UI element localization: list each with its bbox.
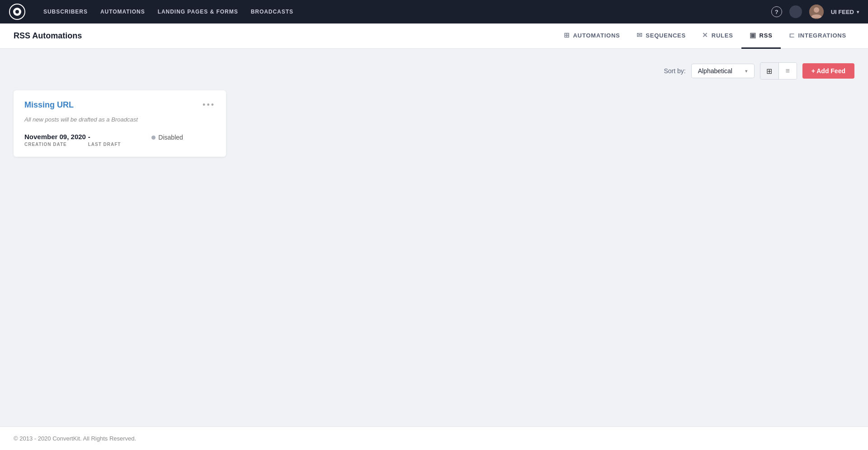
notification-icon[interactable] — [789, 5, 802, 18]
card-description: All new posts will be drafted as a Broad… — [24, 116, 215, 123]
sub-nav-links: ⊞ AUTOMATIONS ✉ SEQUENCES ✕ RULES ▣ RSS … — [556, 23, 854, 49]
card-title[interactable]: Missing URL — [24, 100, 74, 110]
rules-icon: ✕ — [702, 31, 708, 39]
card-menu-button[interactable]: ••• — [203, 100, 215, 110]
sub-nav-sequences[interactable]: ✉ SEQUENCES — [628, 23, 694, 49]
footer-text: © 2013 - 2020 ConvertKit. All Rights Res… — [14, 435, 136, 442]
chevron-down-icon: ▾ — [857, 9, 859, 14]
sort-value: Alphabetical — [698, 67, 732, 75]
list-view-button[interactable]: ≡ — [778, 63, 797, 79]
nav-broadcasts[interactable]: BROADCASTS — [251, 7, 293, 17]
status-badge: Disabled — [151, 133, 215, 141]
automations-icon: ⊞ — [564, 31, 570, 39]
nav-automations[interactable]: AUTOMATIONS — [100, 7, 145, 17]
status-item: Disabled — [151, 133, 215, 141]
sequences-icon: ✉ — [637, 31, 643, 39]
list-icon: ≡ — [786, 67, 790, 75]
last-draft-value: - — [88, 133, 152, 141]
rss-icon: ▣ — [750, 31, 756, 39]
grid-view-button[interactable]: ⊞ — [760, 63, 778, 79]
creation-date-label: CREATION DATE — [24, 142, 88, 147]
add-feed-button[interactable]: + Add Feed — [802, 63, 854, 79]
nav-links: SUBSCRIBERS AUTOMATIONS LANDING PAGES & … — [43, 7, 758, 17]
status-label: Disabled — [158, 134, 183, 141]
user-menu[interactable]: UI FEED ▾ — [831, 9, 859, 15]
view-toggles: ⊞ ≡ — [760, 62, 797, 80]
main-content: Sort by: Alphabetical ▾ ⊞ ≡ + Add Feed M… — [0, 49, 868, 427]
help-button[interactable]: ? — [771, 6, 782, 17]
svg-point-1 — [814, 7, 819, 13]
sub-nav-rss-label: RSS — [760, 32, 773, 39]
sub-nav-automations[interactable]: ⊞ AUTOMATIONS — [556, 23, 628, 49]
nav-right: ? UI FEED ▾ — [771, 5, 859, 19]
creation-date-value: November 09, 2020 — [24, 133, 88, 141]
card-header: Missing URL ••• — [24, 100, 215, 110]
sub-nav-rules[interactable]: ✕ RULES — [694, 23, 741, 49]
last-draft-item: - LAST DRAFT — [88, 133, 152, 147]
sub-nav-sequences-label: SEQUENCES — [646, 32, 686, 39]
user-name: UI FEED — [831, 9, 854, 15]
sort-select[interactable]: Alphabetical ▾ — [691, 64, 755, 78]
feed-card: Missing URL ••• All new posts will be dr… — [14, 90, 226, 157]
toolbar: Sort by: Alphabetical ▾ ⊞ ≡ + Add Feed — [14, 62, 854, 80]
avatar[interactable] — [809, 5, 824, 19]
creation-date-item: November 09, 2020 CREATION DATE — [24, 133, 88, 147]
sub-nav-integrations[interactable]: ⊏ INTEGRATIONS — [781, 23, 854, 49]
top-navigation: SUBSCRIBERS AUTOMATIONS LANDING PAGES & … — [0, 0, 868, 23]
footer: © 2013 - 2020 ConvertKit. All Rights Res… — [0, 427, 868, 450]
chevron-down-icon: ▾ — [745, 68, 748, 74]
logo[interactable] — [9, 4, 25, 20]
sub-nav-rss[interactable]: ▣ RSS — [741, 23, 781, 49]
status-dot-icon — [151, 136, 156, 140]
last-draft-label: LAST DRAFT — [88, 142, 152, 147]
sub-navigation: RSS Automations ⊞ AUTOMATIONS ✉ SEQUENCE… — [0, 23, 868, 49]
sub-nav-integrations-label: INTEGRATIONS — [798, 32, 846, 39]
card-meta: November 09, 2020 CREATION DATE - LAST D… — [24, 133, 215, 147]
nav-subscribers[interactable]: SUBSCRIBERS — [43, 7, 88, 17]
grid-icon: ⊞ — [766, 67, 772, 75]
sub-nav-rules-label: RULES — [712, 32, 733, 39]
sort-label: Sort by: — [664, 67, 685, 75]
nav-landing-pages[interactable]: LANDING PAGES & FORMS — [158, 7, 238, 17]
integrations-icon: ⊏ — [789, 31, 795, 39]
page-title: RSS Automations — [14, 31, 556, 41]
sub-nav-automations-label: AUTOMATIONS — [573, 32, 620, 39]
